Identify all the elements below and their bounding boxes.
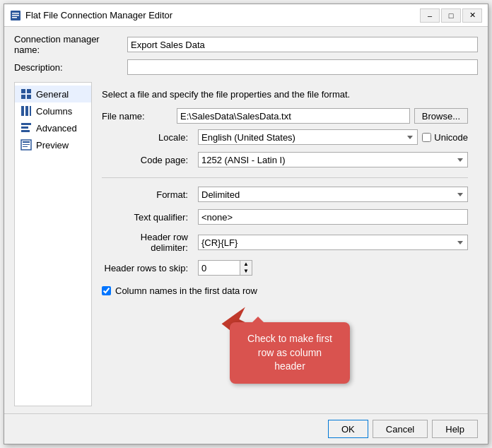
locale-label: Locale: [102, 132, 194, 143]
svg-rect-11 [21, 123, 31, 125]
divider [102, 177, 468, 178]
codepage-label: Code page: [102, 155, 194, 165]
connection-name-row: Connection manager name: [14, 34, 478, 55]
column-names-row: Column names in the first data row [102, 285, 468, 296]
unicode-check: Unicode [422, 132, 468, 143]
window-title: Flat File Connection Manager Editor [25, 10, 172, 20]
cancel-button[interactable]: Cancel [373, 420, 428, 438]
title-bar-buttons: – □ ✕ [420, 8, 482, 23]
svg-rect-1 [12, 13, 19, 14]
svg-rect-12 [21, 126, 28, 129]
locale-select[interactable]: English (United States) English (United … [198, 129, 418, 145]
title-bar: Flat File Connection Manager Editor – □ … [4, 4, 488, 27]
spinner-buttons: ▲ ▼ [240, 260, 252, 276]
column-names-checkbox[interactable] [102, 286, 111, 295]
grid-icon [20, 88, 32, 100]
file-name-row: File name: Browse... [102, 108, 468, 124]
svg-rect-2 [12, 15, 19, 16]
text-qualifier-label: Text qualifier: [102, 212, 194, 223]
header-rows-skip-input[interactable] [198, 260, 240, 276]
header-rows-skip-row: Header rows to skip: ▲ ▼ [102, 260, 468, 276]
sidebar-columns-label: Columns [36, 106, 72, 117]
header-row-delim-select[interactable]: {CR}{LF} {CR} {LF} [198, 235, 468, 250]
header-row-delim-row: Header row delimiter: {CR}{LF} {CR} {LF} [102, 232, 468, 253]
sidebar-item-advanced[interactable]: Advanced [15, 119, 91, 136]
svg-rect-8 [21, 106, 24, 116]
preview-icon [20, 139, 32, 151]
close-button[interactable]: ✕ [462, 8, 482, 23]
advanced-icon [20, 122, 32, 134]
svg-rect-7 [27, 95, 31, 99]
top-fields: Connection manager name: Description: [14, 34, 478, 75]
text-qualifier-input[interactable] [198, 209, 468, 225]
dialog-content: Connection manager name: Description: [4, 27, 488, 413]
svg-rect-5 [27, 89, 31, 93]
text-qualifier-row: Text qualifier: [102, 209, 468, 225]
sidebar-item-general[interactable]: General [15, 86, 91, 102]
unicode-checkbox[interactable] [422, 133, 431, 142]
description-input[interactable] [127, 59, 478, 75]
file-name-label: File name: [102, 111, 172, 122]
svg-rect-9 [25, 106, 28, 116]
help-button[interactable]: Help [432, 420, 478, 438]
description-label: Description: [14, 62, 127, 73]
ok-button[interactable]: OK [328, 420, 368, 438]
panel-description: Select a file and specify the file prope… [102, 89, 468, 100]
spinner-down-button[interactable]: ▼ [240, 268, 252, 275]
minimize-button[interactable]: – [420, 8, 440, 23]
file-name-input[interactable] [177, 108, 410, 124]
format-row: Format: Delimited Fixed Width Ragged Rig… [102, 187, 468, 202]
svg-rect-17 [23, 146, 28, 147]
unicode-label: Unicode [434, 132, 468, 143]
svg-rect-16 [23, 144, 30, 145]
right-panel: Select a file and specify the file prope… [92, 82, 478, 406]
sidebar-preview-label: Preview [36, 140, 69, 151]
spinner-up-button[interactable]: ▲ [240, 261, 252, 268]
header-row-delim-label: Header row delimiter: [102, 232, 194, 253]
columns-icon [20, 105, 32, 117]
sidebar-item-columns[interactable]: Columns [15, 102, 91, 119]
footer: OK Cancel Help [4, 413, 488, 444]
connection-name-input[interactable] [127, 37, 478, 52]
svg-rect-15 [23, 141, 30, 143]
format-select[interactable]: Delimited Fixed Width Ragged Right [198, 187, 468, 202]
locale-row: Locale: English (United States) English … [102, 129, 468, 145]
svg-rect-10 [30, 106, 31, 116]
main-area: General Columns Advanc [14, 82, 478, 406]
description-row: Description: [14, 59, 478, 75]
main-window: Flat File Connection Manager Editor – □ … [4, 4, 488, 444]
sidebar-advanced-label: Advanced [36, 123, 77, 134]
svg-rect-13 [21, 130, 30, 132]
column-names-label: Column names in the first data row [115, 285, 257, 296]
connection-name-label: Connection manager name: [14, 34, 127, 55]
maximize-button[interactable]: □ [441, 8, 461, 23]
tooltip-bubble: Check to make first row as column header [230, 322, 350, 384]
app-icon [10, 10, 21, 21]
tooltip-text: Check to make first row as column header [247, 333, 332, 372]
sidebar-item-preview[interactable]: Preview [15, 136, 91, 153]
spinner-wrapper: ▲ ▼ [198, 260, 252, 276]
svg-rect-3 [12, 17, 17, 18]
svg-rect-6 [21, 95, 25, 99]
sidebar-general-label: General [36, 89, 69, 100]
format-label: Format: [102, 189, 194, 200]
sidebar: General Columns Advanc [14, 82, 92, 406]
codepage-row: Code page: 1252 (ANSI - Latin I) 65001 (… [102, 152, 468, 167]
browse-button[interactable]: Browse... [414, 108, 468, 124]
codepage-select[interactable]: 1252 (ANSI - Latin I) 65001 (UTF-8) [198, 152, 468, 167]
svg-rect-4 [21, 89, 25, 93]
header-rows-skip-label: Header rows to skip: [102, 263, 194, 273]
title-bar-left: Flat File Connection Manager Editor [10, 10, 172, 21]
